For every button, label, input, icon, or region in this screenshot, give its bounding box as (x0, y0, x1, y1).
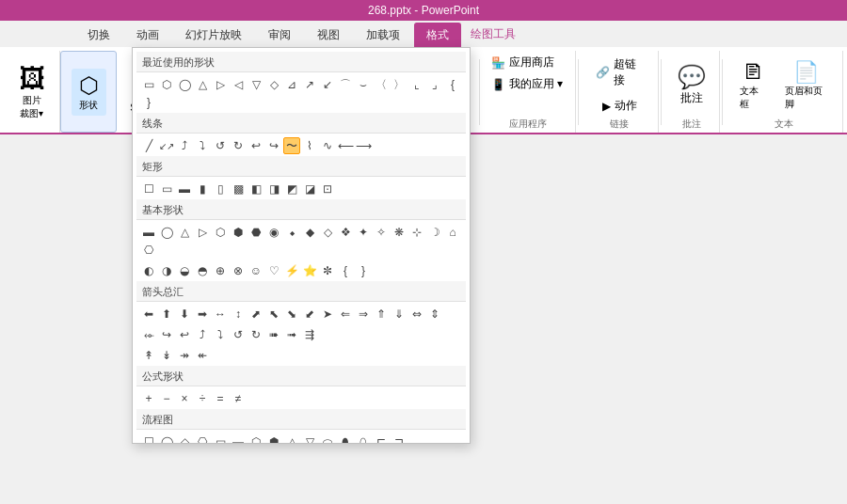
shape-item[interactable]: ▩ (230, 181, 247, 197)
shape-item[interactable]: ◯ (176, 76, 193, 93)
shape-item[interactable]: △ (176, 224, 193, 241)
shape-item[interactable]: ☐ (140, 433, 157, 443)
shape-item[interactable]: ⬋ (301, 306, 318, 323)
shape-item[interactable]: ◓ (194, 262, 211, 279)
shape-item[interactable]: − (158, 390, 175, 407)
tab-review[interactable]: 审阅 (256, 23, 303, 47)
shape-item[interactable]: ÷ (194, 390, 211, 407)
shape-item[interactable]: ⇒ (355, 306, 372, 323)
shape-item[interactable]: ⊗ (230, 262, 247, 279)
shape-item[interactable]: ◐ (140, 262, 157, 279)
shape-item[interactable]: ⬭ (319, 433, 336, 443)
shape-item[interactable]: ⇶ (301, 326, 318, 343)
shape-item[interactable]: ⬡ (212, 224, 229, 241)
shape-item[interactable]: ☐ (140, 181, 157, 197)
tab-view[interactable]: 视图 (305, 23, 352, 47)
shape-item[interactable]: ◇ (176, 433, 193, 443)
shape-item[interactable]: ↔ (212, 306, 229, 323)
shape-item[interactable]: ✧ (373, 224, 390, 241)
comment-button[interactable]: 💬 批注 (670, 60, 713, 110)
shape-item[interactable]: { (337, 262, 354, 279)
shape-item[interactable]: ◒ (176, 262, 193, 279)
shape-item[interactable]: ✦ (355, 224, 372, 241)
shape-item[interactable]: ⇔ (408, 306, 425, 323)
shape-item[interactable]: ↻ (230, 137, 247, 154)
shape-item[interactable]: ⌟ (426, 76, 443, 93)
shape-item[interactable]: ↩ (248, 137, 264, 154)
shape-item[interactable]: ▯ (212, 181, 229, 197)
shape-item[interactable]: ◇ (319, 224, 336, 241)
shape-item[interactable]: ⎔ (194, 433, 211, 443)
shape-item[interactable]: ▬ (140, 224, 157, 241)
shape-item[interactable]: ⇑ (373, 306, 390, 323)
shape-item[interactable]: ⊹ (408, 224, 425, 241)
shape-item[interactable]: × (176, 390, 193, 407)
shape-item[interactable]: ⇐ (337, 306, 354, 323)
shape-item[interactable]: ▮ (194, 181, 211, 197)
shape-item[interactable]: ✼ (319, 262, 336, 279)
shape-item[interactable]: ➟ (283, 326, 300, 343)
shapes-button[interactable]: ⬡ 形状 (72, 69, 106, 116)
shape-item[interactable]: ◁ (230, 76, 247, 93)
shape-item[interactable]: 〈 (373, 76, 390, 93)
shape-item[interactable]: ◑ (158, 262, 175, 279)
shape-item[interactable]: ∿ (319, 137, 336, 154)
shape-item[interactable]: ◆ (301, 224, 318, 241)
shape-item[interactable]: ➤ (319, 306, 336, 323)
shape-item[interactable]: ⬅ (140, 306, 157, 323)
my-apps-button[interactable]: 📱 我的应用 ▾ (487, 74, 569, 94)
hyperlink-button[interactable]: 🔗 超链接 (588, 53, 651, 92)
shape-item[interactable]: ⬣ (248, 224, 264, 241)
shape-item[interactable]: ◯ (158, 224, 175, 241)
shape-item[interactable]: ◨ (265, 181, 282, 197)
shape-item[interactable]: ↡ (158, 347, 175, 364)
shape-item[interactable]: ⬰ (140, 326, 157, 343)
shape-item[interactable]: ⬆ (158, 306, 175, 323)
textbox-button[interactable]: 🖹 文本框 (732, 56, 773, 115)
shape-item[interactable]: ⤴ (176, 137, 193, 154)
shape-item[interactable]: ⊡ (319, 181, 336, 197)
shape-item[interactable]: △ (283, 433, 300, 443)
tab-slideshow[interactable]: 幻灯片放映 (173, 23, 254, 47)
shape-item[interactable]: ⤴ (194, 326, 211, 343)
shape-item-selected[interactable]: 〜 (283, 137, 300, 154)
picture-button[interactable]: 🖼 图片裁图▾ (11, 59, 53, 124)
shape-item[interactable]: } (140, 94, 157, 111)
shape-item[interactable]: ⟶ (355, 137, 372, 154)
shape-item[interactable]: ▽ (248, 76, 264, 93)
shape-item[interactable]: ◩ (283, 181, 300, 197)
shape-item[interactable]: ▷ (212, 76, 229, 93)
shape-item[interactable]: { (444, 76, 461, 93)
shape-item[interactable]: ⌣ (355, 76, 372, 93)
app-store-button[interactable]: 🏪 应用商店 (487, 53, 569, 72)
tab-addins[interactable]: 加载项 (354, 23, 412, 47)
shapes-scroll-area[interactable]: 最近使用的形状 ▭ ⬡ ◯ △ ▷ ◁ ▽ ◇ ⊿ ↗ ↙ ⌒ ⌣ 〈 〉 ⌞ … (133, 48, 470, 443)
shape-item[interactable]: ❖ (337, 224, 354, 241)
shape-item[interactable]: ↙↗ (158, 137, 175, 154)
shape-item[interactable]: ↻ (248, 326, 264, 343)
shape-item[interactable]: ⇕ (426, 306, 443, 323)
shape-item[interactable]: ↪ (158, 326, 175, 343)
shape-item[interactable]: ▭ (140, 76, 157, 93)
shape-item[interactable]: ▭ (212, 433, 229, 443)
shape-item[interactable]: } (355, 262, 372, 279)
shape-item[interactable]: ↙ (319, 76, 336, 93)
shape-item[interactable]: ⬇ (176, 306, 193, 323)
shape-item[interactable]: ⬊ (283, 306, 300, 323)
shape-item[interactable]: ↗ (301, 76, 318, 93)
shape-item[interactable]: ▷ (194, 224, 211, 241)
shape-item[interactable]: = (212, 390, 229, 407)
shape-item[interactable]: ⬡ (158, 76, 175, 93)
shape-item[interactable]: ↪ (265, 137, 282, 154)
shape-item[interactable]: ❋ (391, 224, 408, 241)
shape-item[interactable]: ⚡ (283, 262, 300, 279)
shape-item[interactable]: ⌇ (301, 137, 318, 154)
shape-item[interactable]: ⤵ (194, 137, 211, 154)
shape-item[interactable]: ↕ (230, 306, 247, 323)
shape-item[interactable]: ▬ (230, 433, 247, 443)
shape-item[interactable]: ♡ (265, 262, 282, 279)
shape-item[interactable]: ⊿ (283, 76, 300, 93)
shape-item[interactable]: + (140, 390, 157, 407)
shape-item[interactable]: ◇ (265, 76, 282, 93)
shape-item[interactable]: ◯ (158, 433, 175, 443)
